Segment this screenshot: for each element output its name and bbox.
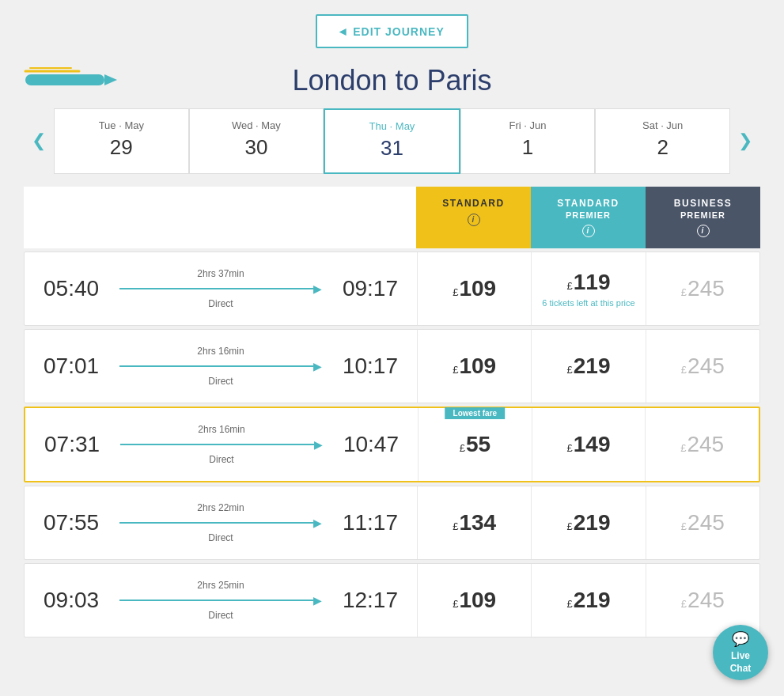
- journey-line: ▶: [119, 516, 322, 529]
- standard-amount: 109: [459, 354, 496, 379]
- train-info: 05:40 2hrs 37min ▶ Direct 09:17: [25, 252, 417, 325]
- live-chat-button[interactable]: 💬 Live Chat: [713, 625, 768, 680]
- train-rows-container: 05:40 2hrs 37min ▶ Direct 09:17 £ 109 £ …: [24, 252, 760, 637]
- business-premier-title: BUSINESS: [674, 198, 732, 209]
- standard-price-cell[interactable]: £ 109: [417, 252, 531, 325]
- business-premier-price-cell[interactable]: £ 245: [646, 330, 759, 403]
- arrow-right-icon: ▶: [313, 282, 322, 295]
- date-tab-4[interactable]: Sat · Jun 2: [595, 108, 730, 174]
- day-name: Wed · May: [196, 119, 317, 133]
- duration-text: 2hrs 16min: [198, 424, 244, 435]
- line-segment: [119, 600, 313, 601]
- depart-time: 05:40: [44, 276, 107, 301]
- duration-text: 2hrs 22min: [197, 502, 244, 513]
- standard-currency: £: [453, 286, 458, 298]
- business-premier-price-display: £ 245: [681, 276, 725, 301]
- standard-premier-amount: 149: [574, 432, 611, 457]
- chat-icon: 💬: [732, 630, 749, 649]
- direct-label: Direct: [208, 376, 233, 387]
- direct-label: Direct: [208, 298, 233, 309]
- standard-price-cell[interactable]: £ 109: [417, 330, 531, 403]
- direct-label: Direct: [208, 610, 233, 621]
- date-tab-2[interactable]: Thu · May 31: [324, 108, 460, 174]
- standard-premier-price-cell[interactable]: £ 219: [531, 564, 645, 637]
- day-name: Sat · Jun: [602, 119, 723, 133]
- standard-price-display: £ 55: [460, 432, 490, 457]
- standard-premier-info-icon[interactable]: i: [582, 225, 595, 237]
- chevron-left-icon: ◂: [339, 24, 347, 39]
- standard-price-cell[interactable]: £ 134: [417, 486, 531, 559]
- arrive-time: 12:17: [335, 588, 398, 613]
- depart-time: 07:31: [44, 432, 108, 457]
- business-premier-amount: 245: [687, 432, 724, 457]
- standard-amount: 55: [466, 432, 490, 457]
- journey-line: ▶: [119, 282, 322, 295]
- business-premier-amount: 245: [687, 276, 725, 301]
- standard-info-icon[interactable]: i: [468, 214, 480, 226]
- arrive-time: 10:17: [335, 354, 398, 379]
- business-premier-currency: £: [681, 364, 687, 376]
- business-premier-currency: £: [680, 442, 686, 454]
- arrow-right-icon: ▶: [313, 360, 322, 373]
- standard-title: STANDARD: [442, 198, 504, 209]
- standard-price-cell[interactable]: £ 109: [417, 564, 531, 637]
- arrive-time: 11:17: [335, 510, 398, 535]
- business-premier-info-icon[interactable]: i: [697, 225, 710, 237]
- edit-journey-label: EDIT JOURNEY: [353, 25, 444, 38]
- standard-currency: £: [453, 598, 458, 610]
- business-premier-currency: £: [681, 520, 687, 532]
- standard-premier-price-cell[interactable]: £ 219: [531, 330, 645, 403]
- svg-rect-0: [25, 74, 104, 85]
- standard-currency: £: [453, 364, 458, 376]
- arrive-time: 10:47: [335, 432, 399, 457]
- standard-premier-amount: 219: [574, 588, 611, 613]
- standard-column-header: STANDARD i: [416, 187, 531, 248]
- business-premier-amount: 245: [687, 354, 725, 379]
- business-premier-amount: 245: [687, 510, 725, 535]
- edit-journey-button[interactable]: ◂ EDIT JOURNEY: [316, 14, 468, 48]
- day-name: Tue · May: [61, 119, 182, 133]
- day-name: Thu · May: [331, 119, 453, 134]
- line-segment: [119, 522, 313, 524]
- arrive-time: 09:17: [335, 276, 398, 301]
- date-tab-3[interactable]: Fri · Jun 1: [460, 108, 596, 174]
- logo-title-row: London to Paris: [0, 56, 784, 108]
- direct-label: Direct: [208, 532, 233, 543]
- prev-date-button[interactable]: ❮: [24, 132, 54, 149]
- standard-price-display: £ 109: [453, 354, 496, 379]
- journey-line: ▶: [120, 438, 323, 451]
- standard-premier-price-cell[interactable]: £ 149: [532, 408, 646, 481]
- duration-text: 2hrs 16min: [197, 346, 244, 357]
- standard-premier-price-display: £ 219: [567, 510, 611, 535]
- train-info: 07:01 2hrs 16min ▶ Direct 10:17: [25, 330, 417, 403]
- date-tab-0[interactable]: Tue · May 29: [54, 108, 189, 174]
- standard-premier-currency: £: [567, 364, 573, 376]
- standard-premier-currency: £: [567, 598, 573, 610]
- arrow-right-icon: ▶: [313, 516, 322, 529]
- depart-time: 07:55: [44, 510, 107, 535]
- train-row-3: 07:55 2hrs 22min ▶ Direct 11:17 £ 134 £ …: [24, 486, 760, 560]
- journey-middle: 2hrs 37min ▶ Direct: [107, 268, 335, 309]
- lowest-fare-badge: Lowest fare: [445, 407, 506, 419]
- business-premier-price-cell[interactable]: £ 245: [646, 486, 759, 559]
- depart-time: 09:03: [44, 588, 107, 613]
- live-chat-line2: Chat: [730, 663, 752, 675]
- next-date-button[interactable]: ❯: [730, 132, 760, 149]
- day-num: 30: [196, 133, 317, 161]
- standard-price-cell[interactable]: Lowest fare £ 55: [418, 408, 532, 481]
- standard-premier-amount: 219: [574, 354, 611, 379]
- business-premier-price-cell[interactable]: £ 245: [645, 408, 759, 481]
- standard-premier-price-cell[interactable]: £ 219: [531, 486, 645, 559]
- standard-price-display: £ 109: [453, 588, 496, 613]
- standard-premier-price-cell[interactable]: £ 119 6 tickets left at this price: [531, 252, 645, 325]
- standard-currency: £: [453, 520, 458, 532]
- standard-currency: £: [460, 442, 465, 454]
- day-num: 2: [602, 133, 723, 161]
- train-info: 07:31 2hrs 16min ▶ Direct 10:47: [25, 408, 418, 481]
- business-premier-subtitle: PREMIER: [680, 210, 725, 220]
- train-row-2: 07:31 2hrs 16min ▶ Direct 10:47 Lowest f…: [24, 407, 760, 482]
- standard-amount: 134: [459, 510, 496, 535]
- date-tab-1[interactable]: Wed · May 30: [189, 108, 324, 174]
- standard-premier-price-display: £ 219: [567, 354, 611, 379]
- business-premier-price-cell[interactable]: £ 245: [646, 252, 759, 325]
